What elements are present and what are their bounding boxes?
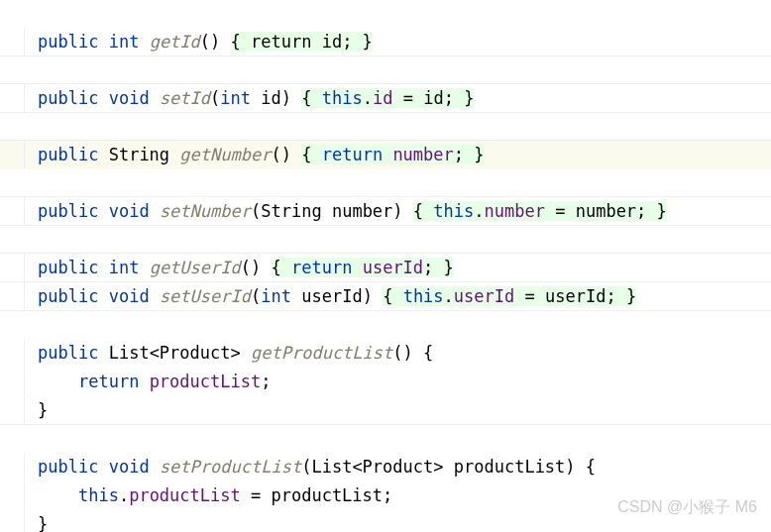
code-line-setproductlist[interactable]: public void setProductList(List<Product>… [0, 453, 771, 481]
watermark: CSDN @小猴子 M6 [617, 497, 757, 518]
code-line-brace-close[interactable]: } [0, 396, 771, 425]
code-line-getid[interactable]: public int getId() { return id; } [0, 28, 771, 56]
code-line-setid[interactable]: public void setId(int id) { this.id = id… [0, 84, 771, 113]
code-line-setuserid[interactable]: public void setUserId(int userId) { this… [0, 282, 771, 311]
code-line-return-productlist[interactable]: return productList; [0, 368, 771, 396]
code-line-getproductlist[interactable]: public List<Product> getProductList() { [0, 339, 771, 368]
code-line-getuserid[interactable]: public int getUserId() { return userId; … [0, 254, 771, 282]
code-line-getnumber[interactable]: public String getNumber() { return numbe… [0, 141, 771, 169]
code-line-setnumber[interactable]: public void setNumber(String number) { t… [0, 197, 771, 226]
